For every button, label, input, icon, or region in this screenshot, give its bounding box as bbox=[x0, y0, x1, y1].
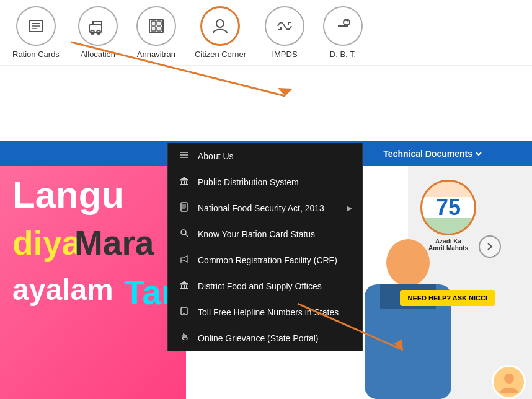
svg-marker-43 bbox=[278, 88, 293, 96]
ration-cards-label: Ration Cards bbox=[12, 50, 60, 59]
dbt-label: D. B. T. bbox=[330, 50, 356, 59]
svg-rect-37 bbox=[180, 288, 188, 289]
lang-diya: diya bbox=[12, 223, 81, 263]
annavitran-icon-circle bbox=[136, 6, 176, 46]
search-icon bbox=[178, 228, 190, 240]
svg-rect-23 bbox=[186, 181, 187, 184]
chatbot-avatar[interactable] bbox=[492, 365, 526, 399]
bank-icon bbox=[178, 176, 190, 188]
azadi-badge: 75 Azadi Ka Amrit Mahots bbox=[420, 180, 476, 252]
svg-marker-20 bbox=[180, 177, 188, 180]
nav-item-allocation[interactable]: Allocation bbox=[78, 6, 118, 59]
azadi-line1: Azadi Ka bbox=[420, 238, 476, 245]
svg-rect-36 bbox=[186, 285, 187, 288]
svg-point-15 bbox=[216, 20, 224, 27]
svg-rect-22 bbox=[184, 181, 185, 184]
svg-marker-33 bbox=[180, 281, 188, 284]
svg-point-29 bbox=[181, 230, 186, 235]
hand-icon bbox=[178, 332, 190, 344]
phone-icon bbox=[178, 306, 190, 318]
dropdown-item-pds[interactable]: Public Distribution System bbox=[168, 169, 362, 195]
svg-point-41 bbox=[504, 374, 514, 384]
lang-mara: Mara bbox=[74, 223, 154, 263]
nfsa-label: National Food Security Act, 2013 bbox=[198, 203, 339, 213]
nav-item-citizen-corner[interactable]: Citizen Corner bbox=[195, 6, 246, 59]
dropdown-item-toll-free[interactable]: Toll Free Helpline Numbers in States bbox=[168, 299, 362, 325]
pds-label: Public Distribution System bbox=[198, 177, 352, 187]
technical-documents-button[interactable]: Technical Documents bbox=[383, 149, 472, 159]
nav-item-ration-cards[interactable]: Ration Cards bbox=[12, 6, 60, 59]
nav-item-annavitran[interactable]: Annavitran bbox=[136, 6, 176, 59]
svg-rect-11 bbox=[151, 21, 156, 25]
document-icon bbox=[178, 202, 190, 214]
dropdown-item-ration-status[interactable]: Know Your Ration Card Status bbox=[168, 221, 362, 247]
district-offices-label: District Food and Supply Offices bbox=[198, 281, 352, 291]
svg-rect-13 bbox=[151, 27, 156, 31]
carousel-next-button[interactable] bbox=[479, 235, 501, 258]
svg-line-30 bbox=[185, 234, 188, 237]
dropdown-item-nfsa[interactable]: National Food Security Act, 2013 ▶ bbox=[168, 195, 362, 221]
allocation-label: Allocation bbox=[81, 50, 115, 59]
nfsa-submenu-arrow: ▶ bbox=[347, 204, 352, 213]
allocation-icon-circle bbox=[78, 6, 118, 46]
about-us-label: About Us bbox=[198, 151, 352, 161]
lang-ayalam: ayalam bbox=[12, 273, 113, 307]
svg-marker-31 bbox=[181, 256, 187, 262]
nav-item-impds[interactable]: IMPDS bbox=[265, 6, 304, 59]
megaphone-icon bbox=[178, 254, 190, 266]
annavitran-label: Annavitran bbox=[137, 50, 175, 59]
tech-docs-section[interactable]: Technical Documents bbox=[383, 149, 482, 159]
svg-rect-14 bbox=[157, 27, 161, 31]
lang-langu: Langu bbox=[12, 173, 124, 216]
svg-rect-35 bbox=[184, 285, 185, 288]
azadi-line2: Amrit Mahots bbox=[420, 245, 476, 252]
dbt-icon-circle bbox=[323, 6, 363, 46]
citizen-corner-icon-circle bbox=[200, 6, 240, 46]
ration-status-label: Know Your Ration Card Status bbox=[198, 229, 352, 239]
dropdown-item-crf[interactable]: Common Registration Facility (CRF) bbox=[168, 247, 362, 273]
impds-icon-circle bbox=[265, 6, 304, 46]
svg-rect-34 bbox=[181, 285, 182, 288]
crf-label: Common Registration Facility (CRF) bbox=[198, 255, 352, 265]
svg-rect-21 bbox=[181, 181, 182, 184]
grievance-label: Online Grievance (State Portal) bbox=[198, 333, 352, 343]
need-help-button[interactable]: NEED HELP? ASK NICCI bbox=[400, 290, 495, 306]
dropdown-item-about-us[interactable]: About Us bbox=[168, 143, 362, 169]
nav-item-dbt[interactable]: D. B. T. bbox=[323, 6, 363, 59]
dropdown-item-district-offices[interactable]: District Food and Supply Offices bbox=[168, 273, 362, 299]
ration-cards-icon-circle bbox=[16, 6, 56, 46]
svg-rect-24 bbox=[180, 184, 188, 185]
toll-free-label: Toll Free Helpline Numbers in States bbox=[198, 307, 352, 317]
menu-icon bbox=[178, 150, 190, 162]
nav-bar: Ration Cards Allocation Annavitran bbox=[0, 0, 532, 66]
citizen-corner-dropdown: About Us Public Distribution System Nati… bbox=[167, 142, 363, 351]
citizen-corner-label: Citizen Corner bbox=[195, 50, 246, 59]
impds-label: IMPDS bbox=[272, 50, 297, 59]
dropdown-item-grievance[interactable]: Online Grievance (State Portal) bbox=[168, 325, 362, 351]
bank2-icon bbox=[178, 280, 190, 292]
svg-rect-12 bbox=[157, 21, 161, 25]
